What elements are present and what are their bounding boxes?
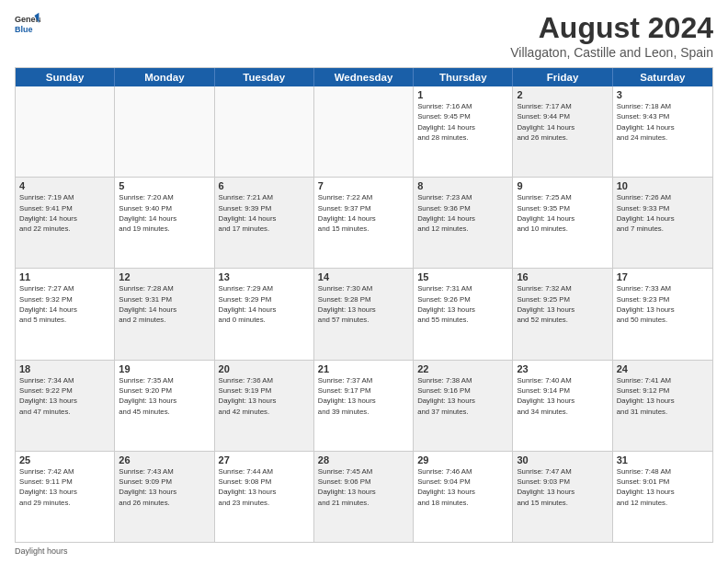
day-info: Sunrise: 7:41 AM Sunset: 9:12 PM Dayligh… xyxy=(617,375,709,417)
header-day-wednesday: Wednesday xyxy=(314,68,414,86)
day-info: Sunrise: 7:29 AM Sunset: 9:29 PM Dayligh… xyxy=(219,283,310,325)
cal-cell: 23Sunrise: 7:40 AM Sunset: 9:14 PM Dayli… xyxy=(513,361,612,451)
day-info: Sunrise: 7:21 AM Sunset: 9:39 PM Dayligh… xyxy=(219,192,310,234)
day-info: Sunrise: 7:20 AM Sunset: 9:40 PM Dayligh… xyxy=(119,192,210,234)
day-info: Sunrise: 7:42 AM Sunset: 9:11 PM Dayligh… xyxy=(19,466,110,508)
cal-cell: 16Sunrise: 7:32 AM Sunset: 9:25 PM Dayli… xyxy=(513,269,612,359)
cal-cell: 8Sunrise: 7:23 AM Sunset: 9:36 PM Daylig… xyxy=(414,178,513,268)
day-number: 23 xyxy=(517,363,608,374)
day-info: Sunrise: 7:48 AM Sunset: 9:01 PM Dayligh… xyxy=(617,466,709,508)
calendar-header-row: SundayMondayTuesdayWednesdayThursdayFrid… xyxy=(16,68,712,86)
header: GeneralBlue August 2024 Villagaton, Cast… xyxy=(15,11,713,60)
day-info: Sunrise: 7:26 AM Sunset: 9:33 PM Dayligh… xyxy=(617,192,709,234)
day-info: Sunrise: 7:22 AM Sunset: 9:37 PM Dayligh… xyxy=(318,192,409,234)
cal-cell: 7Sunrise: 7:22 AM Sunset: 9:37 PM Daylig… xyxy=(314,178,414,268)
day-info: Sunrise: 7:34 AM Sunset: 9:22 PM Dayligh… xyxy=(19,375,110,417)
day-info: Sunrise: 7:46 AM Sunset: 9:04 PM Dayligh… xyxy=(417,466,508,508)
cal-cell: 17Sunrise: 7:33 AM Sunset: 9:23 PM Dayli… xyxy=(613,269,712,359)
cal-week-4: 18Sunrise: 7:34 AM Sunset: 9:22 PM Dayli… xyxy=(16,361,712,452)
cal-week-2: 4Sunrise: 7:19 AM Sunset: 9:41 PM Daylig… xyxy=(16,178,712,269)
cal-cell: 4Sunrise: 7:19 AM Sunset: 9:41 PM Daylig… xyxy=(16,178,115,268)
footer: Daylight hours xyxy=(15,546,713,556)
day-number: 15 xyxy=(417,271,508,282)
main-title: August 2024 xyxy=(510,11,713,45)
cal-cell xyxy=(115,86,214,177)
header-day-thursday: Thursday xyxy=(414,68,513,86)
page: GeneralBlue August 2024 Villagaton, Cast… xyxy=(0,0,728,563)
day-number: 19 xyxy=(119,363,210,374)
cal-cell xyxy=(16,86,115,177)
cal-cell: 27Sunrise: 7:44 AM Sunset: 9:08 PM Dayli… xyxy=(215,452,314,542)
day-number: 4 xyxy=(19,180,110,191)
day-number: 26 xyxy=(119,454,210,465)
day-number: 8 xyxy=(417,180,508,191)
header-day-monday: Monday xyxy=(115,68,214,86)
day-info: Sunrise: 7:28 AM Sunset: 9:31 PM Dayligh… xyxy=(119,283,210,325)
cal-cell: 26Sunrise: 7:43 AM Sunset: 9:09 PM Dayli… xyxy=(115,452,214,542)
day-number: 14 xyxy=(318,271,409,282)
day-info: Sunrise: 7:19 AM Sunset: 9:41 PM Dayligh… xyxy=(19,192,110,234)
day-number: 17 xyxy=(617,271,709,282)
day-number: 28 xyxy=(318,454,409,465)
cal-cell: 31Sunrise: 7:48 AM Sunset: 9:01 PM Dayli… xyxy=(613,452,712,542)
cal-cell: 1Sunrise: 7:16 AM Sunset: 9:45 PM Daylig… xyxy=(414,86,513,177)
day-number: 22 xyxy=(417,363,508,374)
day-number: 20 xyxy=(219,363,310,374)
day-info: Sunrise: 7:23 AM Sunset: 9:36 PM Dayligh… xyxy=(417,192,508,234)
day-info: Sunrise: 7:30 AM Sunset: 9:28 PM Dayligh… xyxy=(318,283,409,325)
cal-cell: 13Sunrise: 7:29 AM Sunset: 9:29 PM Dayli… xyxy=(215,269,314,359)
logo-icon: GeneralBlue xyxy=(15,11,40,37)
day-number: 12 xyxy=(119,271,210,282)
cal-cell: 21Sunrise: 7:37 AM Sunset: 9:17 PM Dayli… xyxy=(314,361,414,451)
cal-cell: 24Sunrise: 7:41 AM Sunset: 9:12 PM Dayli… xyxy=(613,361,712,451)
cal-cell: 6Sunrise: 7:21 AM Sunset: 9:39 PM Daylig… xyxy=(215,178,314,268)
day-number: 21 xyxy=(318,363,409,374)
title-block: August 2024 Villagaton, Castille and Leo… xyxy=(510,11,713,60)
cal-cell xyxy=(215,86,314,177)
day-number: 11 xyxy=(19,271,110,282)
day-number: 31 xyxy=(617,454,709,465)
day-number: 1 xyxy=(417,89,508,100)
day-number: 30 xyxy=(517,454,608,465)
calendar-body: 1Sunrise: 7:16 AM Sunset: 9:45 PM Daylig… xyxy=(16,86,712,542)
cal-cell: 30Sunrise: 7:47 AM Sunset: 9:03 PM Dayli… xyxy=(513,452,612,542)
day-info: Sunrise: 7:31 AM Sunset: 9:26 PM Dayligh… xyxy=(417,283,508,325)
cal-cell: 18Sunrise: 7:34 AM Sunset: 9:22 PM Dayli… xyxy=(16,361,115,451)
cal-cell: 3Sunrise: 7:18 AM Sunset: 9:43 PM Daylig… xyxy=(613,86,712,177)
cal-cell: 9Sunrise: 7:25 AM Sunset: 9:35 PM Daylig… xyxy=(513,178,612,268)
cal-cell: 12Sunrise: 7:28 AM Sunset: 9:31 PM Dayli… xyxy=(115,269,214,359)
day-number: 9 xyxy=(517,180,608,191)
cal-cell: 10Sunrise: 7:26 AM Sunset: 9:33 PM Dayli… xyxy=(613,178,712,268)
cal-cell: 15Sunrise: 7:31 AM Sunset: 9:26 PM Dayli… xyxy=(414,269,513,359)
day-info: Sunrise: 7:38 AM Sunset: 9:16 PM Dayligh… xyxy=(417,375,508,417)
day-info: Sunrise: 7:17 AM Sunset: 9:44 PM Dayligh… xyxy=(517,101,608,143)
header-day-sunday: Sunday xyxy=(16,68,115,86)
cal-cell: 25Sunrise: 7:42 AM Sunset: 9:11 PM Dayli… xyxy=(16,452,115,542)
day-number: 27 xyxy=(219,454,310,465)
day-number: 10 xyxy=(617,180,709,191)
day-number: 3 xyxy=(617,89,709,100)
cal-cell: 11Sunrise: 7:27 AM Sunset: 9:32 PM Dayli… xyxy=(16,269,115,359)
logo: GeneralBlue xyxy=(15,11,40,37)
cal-week-1: 1Sunrise: 7:16 AM Sunset: 9:45 PM Daylig… xyxy=(16,86,712,178)
cal-cell: 22Sunrise: 7:38 AM Sunset: 9:16 PM Dayli… xyxy=(414,361,513,451)
svg-text:Blue: Blue xyxy=(15,25,33,34)
day-info: Sunrise: 7:35 AM Sunset: 9:20 PM Dayligh… xyxy=(119,375,210,417)
cal-week-5: 25Sunrise: 7:42 AM Sunset: 9:11 PM Dayli… xyxy=(16,452,712,542)
day-number: 13 xyxy=(219,271,310,282)
day-info: Sunrise: 7:33 AM Sunset: 9:23 PM Dayligh… xyxy=(617,283,709,325)
cal-cell: 29Sunrise: 7:46 AM Sunset: 9:04 PM Dayli… xyxy=(414,452,513,542)
day-number: 29 xyxy=(417,454,508,465)
day-number: 16 xyxy=(517,271,608,282)
day-number: 7 xyxy=(318,180,409,191)
footer-label: Daylight hours xyxy=(15,546,68,556)
day-info: Sunrise: 7:43 AM Sunset: 9:09 PM Dayligh… xyxy=(119,466,210,508)
day-info: Sunrise: 7:16 AM Sunset: 9:45 PM Dayligh… xyxy=(417,101,508,143)
day-info: Sunrise: 7:27 AM Sunset: 9:32 PM Dayligh… xyxy=(19,283,110,325)
cal-cell: 2Sunrise: 7:17 AM Sunset: 9:44 PM Daylig… xyxy=(513,86,612,177)
day-info: Sunrise: 7:40 AM Sunset: 9:14 PM Dayligh… xyxy=(517,375,608,417)
day-info: Sunrise: 7:18 AM Sunset: 9:43 PM Dayligh… xyxy=(617,101,709,143)
header-day-friday: Friday xyxy=(513,68,612,86)
day-number: 2 xyxy=(517,89,608,100)
cal-week-3: 11Sunrise: 7:27 AM Sunset: 9:32 PM Dayli… xyxy=(16,269,712,360)
